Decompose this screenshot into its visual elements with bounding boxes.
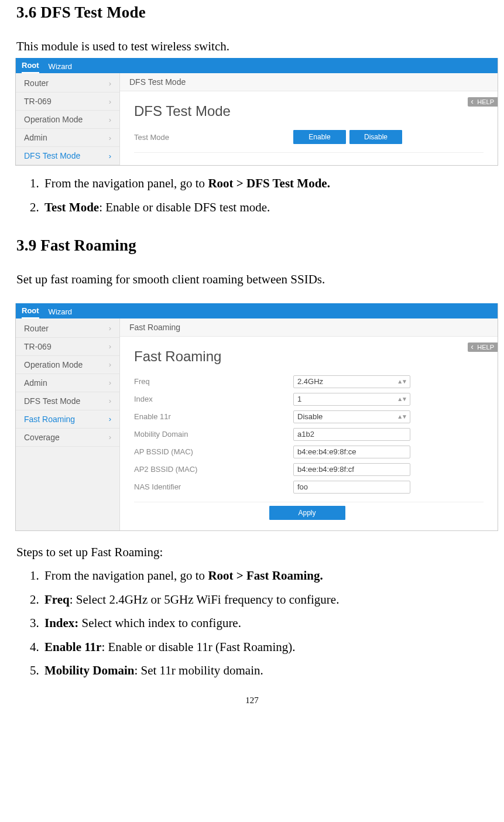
tab-bar: Root Wizard bbox=[16, 303, 498, 318]
sidebar-item-tr069[interactable]: TR-069› bbox=[16, 338, 119, 356]
chevron-right-icon: › bbox=[109, 378, 111, 387]
steps-3-9: From the navigation panel, go to Root > … bbox=[16, 566, 488, 680]
label-enable-11r: Enable 11r bbox=[134, 412, 293, 421]
row-nas-identifier: NAS Identifier foo bbox=[134, 478, 484, 496]
chevron-right-icon: › bbox=[109, 79, 111, 88]
sidebar-item-label: Admin bbox=[24, 378, 47, 388]
sidebar-item-label: Coverage bbox=[24, 433, 60, 442]
chevron-right-icon: › bbox=[109, 152, 111, 160]
mobility-domain-field[interactable]: a1b2 bbox=[293, 428, 410, 441]
intro-3-9: Set up fast roaming for smooth client ro… bbox=[16, 271, 488, 287]
enable-button[interactable]: Enable bbox=[293, 130, 346, 144]
breadcrumb: DFS Test Mode bbox=[120, 73, 498, 91]
intro-3-6: This module is used to test wireless swi… bbox=[16, 38, 488, 54]
sidebar-item-label: DFS Test Mode bbox=[24, 396, 80, 406]
chevron-right-icon: › bbox=[109, 115, 111, 124]
sidebar-item-label: DFS Test Mode bbox=[24, 151, 80, 160]
label-ap2-bssid: AP2 BSSID (MAC) bbox=[134, 465, 293, 474]
label-freq: Freq bbox=[134, 377, 293, 386]
ap-bssid-field[interactable]: b4:ee:b4:e9:8f:ce bbox=[293, 446, 410, 458]
chevron-right-icon: › bbox=[109, 433, 111, 441]
step-3: Index: Select which index to configure. bbox=[42, 614, 488, 633]
chevron-right-icon: › bbox=[109, 396, 111, 405]
step-5: Mobility Domain: Set 11r mobility domain… bbox=[42, 661, 488, 680]
step-4: Enable 11r: Enable or disable 11r (Fast … bbox=[42, 638, 488, 657]
help-button[interactable]: HELP bbox=[468, 342, 498, 352]
sidebar-item-admin[interactable]: Admin› bbox=[16, 129, 119, 147]
enable-11r-select[interactable]: Disable▲▼ bbox=[293, 410, 410, 423]
sidebar-item-coverage[interactable]: Coverage› bbox=[16, 429, 119, 447]
sidebar-item-label: Admin bbox=[24, 133, 47, 142]
sidebar-item-label: Fast Roaming bbox=[24, 415, 75, 424]
apply-button[interactable]: Apply bbox=[269, 506, 345, 520]
screenshot-dfs: Root Wizard Router› TR-069› Operation Mo… bbox=[15, 58, 498, 166]
sidebar-item-tr069[interactable]: TR-069› bbox=[16, 93, 119, 111]
page-title: DFS Test Mode bbox=[134, 103, 484, 119]
row-freq: Freq 2.4GHz▲▼ bbox=[134, 373, 484, 391]
heading-3-6: 3.6 DFS Test Mode bbox=[16, 4, 488, 22]
steps-caption: Steps to set up Fast Roaming: bbox=[16, 544, 488, 560]
chevron-right-icon: › bbox=[109, 133, 111, 142]
page-title: Fast Roaming bbox=[134, 348, 484, 365]
sidebar: Router› TR-069› Operation Mode› Admin› D… bbox=[16, 318, 120, 530]
label-ap-bssid: AP BSSID (MAC) bbox=[134, 447, 293, 456]
sidebar-item-dfs-test-mode[interactable]: DFS Test Mode› bbox=[16, 392, 119, 410]
disable-button[interactable]: Disable bbox=[349, 130, 402, 144]
screenshot-fast-roaming: Root Wizard Router› TR-069› Operation Mo… bbox=[15, 303, 498, 531]
breadcrumb: Fast Roaming bbox=[120, 318, 498, 337]
updown-icon: ▲▼ bbox=[397, 378, 406, 385]
row-mobility-domain: Mobility Domain a1b2 bbox=[134, 426, 484, 443]
sidebar: Router› TR-069› Operation Mode› Admin› D… bbox=[16, 73, 120, 165]
sidebar-item-label: Router bbox=[24, 324, 49, 333]
sidebar-item-fast-roaming[interactable]: Fast Roaming› bbox=[16, 410, 119, 429]
row-ap-bssid: AP BSSID (MAC) b4:ee:b4:e9:8f:ce bbox=[134, 443, 484, 461]
chevron-right-icon: › bbox=[109, 415, 111, 423]
index-select[interactable]: 1▲▼ bbox=[293, 393, 410, 406]
step-2: Freq: Select 2.4GHz or 5GHz WiFi frequen… bbox=[42, 590, 488, 609]
sidebar-item-label: Operation Mode bbox=[24, 360, 83, 369]
divider bbox=[134, 152, 484, 153]
sidebar-item-router[interactable]: Router› bbox=[16, 74, 119, 93]
sidebar-item-admin[interactable]: Admin› bbox=[16, 374, 119, 392]
row-ap2-bssid: AP2 BSSID (MAC) b4:ee:b4:e9:8f:cf bbox=[134, 461, 484, 478]
help-button[interactable]: HELP bbox=[468, 97, 498, 107]
sidebar-item-label: Operation Mode bbox=[24, 115, 83, 124]
label-mobility-domain: Mobility Domain bbox=[134, 430, 293, 439]
page-number: 127 bbox=[16, 696, 488, 705]
ap2-bssid-field[interactable]: b4:ee:b4:e9:8f:cf bbox=[293, 463, 410, 476]
label-index: Index bbox=[134, 395, 293, 403]
chevron-right-icon: › bbox=[109, 360, 111, 369]
freq-select[interactable]: 2.4GHz▲▼ bbox=[293, 375, 410, 388]
tab-root[interactable]: Root bbox=[22, 306, 39, 318]
sidebar-item-label: TR-069 bbox=[24, 342, 52, 351]
sidebar-item-operation-mode[interactable]: Operation Mode› bbox=[16, 111, 119, 129]
tab-wizard[interactable]: Wizard bbox=[49, 62, 72, 73]
sidebar-item-label: Router bbox=[24, 78, 49, 88]
tab-wizard[interactable]: Wizard bbox=[49, 307, 72, 318]
row-enable-11r: Enable 11r Disable▲▼ bbox=[134, 408, 484, 426]
row-index: Index 1▲▼ bbox=[134, 391, 484, 408]
chevron-right-icon: › bbox=[109, 324, 111, 333]
tab-bar: Root Wizard bbox=[16, 58, 498, 73]
step-1: From the navigation panel, go to Root > … bbox=[42, 174, 488, 193]
updown-icon: ▲▼ bbox=[397, 396, 406, 402]
sidebar-item-operation-mode[interactable]: Operation Mode› bbox=[16, 356, 119, 374]
updown-icon: ▲▼ bbox=[397, 413, 406, 420]
sidebar-item-dfs-test-mode[interactable]: DFS Test Mode› bbox=[16, 147, 119, 165]
label-nas-identifier: NAS Identifier bbox=[134, 482, 293, 491]
step-2: Test Mode: Enable or disable DFS test mo… bbox=[42, 198, 488, 217]
sidebar-item-router[interactable]: Router› bbox=[16, 320, 119, 338]
chevron-right-icon: › bbox=[109, 342, 111, 351]
step-1: From the navigation panel, go to Root > … bbox=[42, 566, 488, 585]
heading-3-9: 3.9 Fast Roaming bbox=[16, 237, 488, 255]
row-test-mode: Test Mode Enable Disable bbox=[134, 128, 484, 146]
sidebar-item-label: TR-069 bbox=[24, 97, 52, 106]
nas-identifier-field[interactable]: foo bbox=[293, 481, 410, 494]
steps-3-6: From the navigation panel, go to Root > … bbox=[16, 174, 488, 217]
label-test-mode: Test Mode bbox=[134, 133, 293, 142]
chevron-right-icon: › bbox=[109, 97, 111, 106]
tab-root[interactable]: Root bbox=[22, 61, 39, 73]
